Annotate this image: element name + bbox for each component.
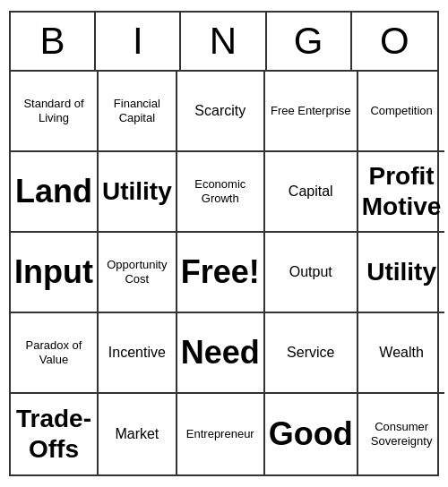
cell-text: Input <box>14 252 93 291</box>
cell-text: Standard of Living <box>14 97 93 124</box>
cell-text: Market <box>115 425 159 442</box>
bingo-cell: Free! <box>177 233 265 313</box>
bingo-header-letter: I <box>96 13 181 70</box>
bingo-cell: Scarcity <box>177 72 265 152</box>
cell-text: Free Enterprise <box>271 104 351 118</box>
cell-text: Competition <box>370 104 432 118</box>
cell-text: Capital <box>289 183 333 200</box>
cell-text: Output <box>289 263 332 280</box>
cell-text: Consumer Sovereignty <box>362 420 442 448</box>
bingo-cell: Opportunity Cost <box>99 233 177 313</box>
bingo-grid: Standard of LivingFinancial CapitalScarc… <box>11 72 437 474</box>
bingo-cell: Capital <box>265 152 358 233</box>
bingo-header-letter: O <box>352 13 437 70</box>
bingo-cell: Good <box>265 394 358 474</box>
bingo-header: BINGO <box>11 13 437 72</box>
bingo-cell: Wealth <box>358 313 445 394</box>
cell-text: Utility <box>366 257 436 287</box>
bingo-cell: Need <box>177 313 265 394</box>
cell-text: Land <box>15 172 92 210</box>
cell-text: Financial Capital <box>102 97 172 124</box>
bingo-cell: Standard of Living <box>11 72 99 152</box>
bingo-header-letter: G <box>267 13 352 70</box>
bingo-card: BINGO Standard of LivingFinancial Capita… <box>9 11 439 476</box>
bingo-header-letter: N <box>181 13 266 70</box>
cell-text: Economic Growth <box>181 177 260 205</box>
bingo-cell: Input <box>11 233 99 313</box>
cell-text: Need <box>181 333 260 372</box>
cell-text: Opportunity Cost <box>102 258 172 286</box>
bingo-cell: Paradox of Value <box>11 313 99 394</box>
bingo-cell: Utility <box>358 233 445 313</box>
bingo-cell: Land <box>11 152 99 233</box>
bingo-cell: Financial Capital <box>99 72 177 152</box>
bingo-cell: Service <box>265 313 358 394</box>
bingo-cell: Competition <box>358 72 445 152</box>
cell-text: Service <box>287 344 334 361</box>
bingo-cell: Utility <box>99 152 177 233</box>
bingo-cell: Consumer Sovereignty <box>358 394 445 474</box>
bingo-header-letter: B <box>11 13 96 70</box>
cell-text: Wealth <box>379 344 424 361</box>
cell-text: Paradox of Value <box>14 338 93 366</box>
bingo-cell: Entrepreneur <box>177 394 265 474</box>
bingo-cell: Profit Motive <box>358 152 445 233</box>
cell-text: Utility <box>102 176 172 207</box>
bingo-cell: Incentive <box>99 313 177 394</box>
cell-text: Profit Motive <box>362 161 442 221</box>
bingo-cell: Free Enterprise <box>265 72 358 152</box>
cell-text: Scarcity <box>194 102 246 119</box>
bingo-cell: Trade-Offs <box>11 394 99 474</box>
cell-text: Free! <box>181 252 260 291</box>
cell-text: Incentive <box>108 344 166 361</box>
bingo-cell: Market <box>99 394 177 474</box>
bingo-cell: Output <box>265 233 358 313</box>
cell-text: Entrepreneur <box>186 427 254 441</box>
bingo-cell: Economic Growth <box>177 152 265 233</box>
cell-text: Good <box>269 414 353 453</box>
cell-text: Trade-Offs <box>14 404 93 464</box>
